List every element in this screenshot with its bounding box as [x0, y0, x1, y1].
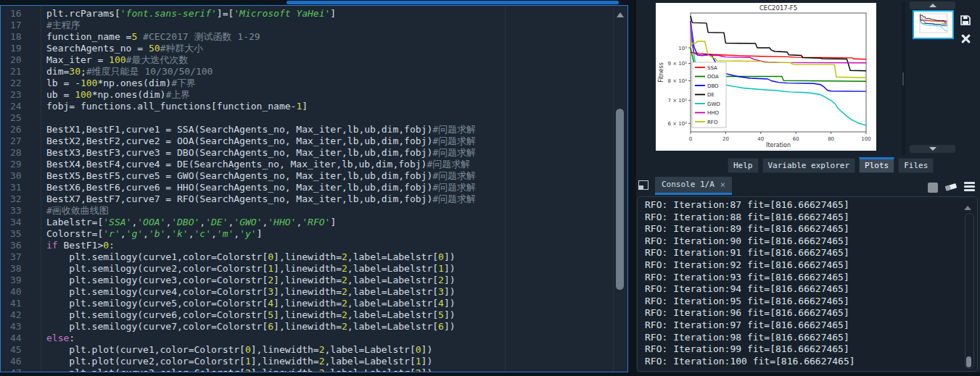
code-text: plt.semilogy(curve5,color=Colorstr[4],li… [36, 298, 456, 309]
code-line[interactable]: 25 [1, 112, 613, 124]
code-line[interactable]: 26BestX1,BestF1,curve1 = SSA(SearchAgent… [1, 124, 613, 135]
code-line[interactable]: 18function_name =5 #CEC2017 测试函数 1-29 [1, 31, 613, 43]
console-line: RFO: Iteration:96 fit=[816.66627465] [645, 307, 961, 319]
code-editor[interactable]: 16plt.rcParams['font.sans-serif']=['Micr… [0, 5, 628, 372]
console-status-icon[interactable] [928, 183, 938, 193]
svg-text:40: 40 [757, 136, 764, 142]
tab-help[interactable]: Help [728, 158, 759, 173]
code-text: lb = -100*np.ones(dim)#下界 [36, 78, 196, 89]
console-options-menu-button[interactable] [964, 182, 975, 193]
svg-text:Iteration: Iteration [766, 142, 791, 149]
line-number: 31 [1, 182, 36, 193]
code-line[interactable]: 37 plt.semilogy(curve1,color=Colorstr[0]… [1, 251, 613, 263]
code-line[interactable]: 16plt.rcParams['font.sans-serif']=['Micr… [1, 8, 613, 20]
code-text: plt.semilogy(curve7,color=Colorstr[6],li… [36, 321, 456, 333]
plots-pane: CEC2017-F502040608010010³9 × 10²8 × 10²7… [636, 0, 980, 174]
line-number: 33 [1, 205, 36, 217]
line-number: 21 [1, 66, 36, 78]
code-line[interactable]: 34Labelstr=['SSA','OOA','DBO','DE','GWO'… [1, 217, 613, 228]
plots-pane-divider[interactable] [902, 1, 905, 155]
line-number: 28 [1, 147, 36, 159]
code-line[interactable]: 45 plt.plot(curve1,color=Colorstr[0],lin… [1, 344, 613, 356]
line-number: 35 [1, 228, 36, 240]
code-line[interactable]: 20Max_iter = 100#最大迭代次数 [1, 54, 613, 66]
console-line: RFO: Iteration:95 fit=[816.66627465] [645, 296, 961, 308]
code-line[interactable]: 24fobj= functions.all_functions[function… [1, 101, 613, 112]
console-tab[interactable]: Console 1/A × [655, 177, 732, 195]
code-line[interactable]: 40 plt.semilogy(curve4,color=Colorstr[3]… [1, 286, 613, 298]
code-line[interactable]: 29BestX4,BestF4,curve4 = DE(SearchAgents… [1, 159, 613, 170]
console-scrollbar[interactable] [965, 213, 974, 369]
code-line[interactable]: 46 plt.plot(curve2,color=Colorstr[1],lin… [1, 356, 613, 367]
code-line[interactable]: 17#主程序 [1, 20, 613, 31]
console-window-icon[interactable] [638, 180, 648, 190]
code-line[interactable]: 19SearchAgents_no = 50#种群大小 [1, 43, 613, 54]
code-text: BestX6,BestF6,curve6 = HHO(SearchAgents_… [36, 182, 476, 193]
code-text: plt.plot(curve2,color=Colorstr[1],linewi… [36, 356, 432, 367]
line-number: 16 [1, 8, 36, 20]
console-tab-close-icon[interactable]: × [720, 177, 725, 193]
svg-text:8 × 10²: 8 × 10² [668, 78, 688, 84]
code-line[interactable]: 30BestX5,BestF5,curve5 = GWO(SearchAgent… [1, 170, 613, 182]
code-line[interactable]: 36if BestF1>0: [1, 240, 613, 251]
console-line: RFO: Iteration:99 fit=[816.66627465] [645, 343, 961, 356]
code-line[interactable]: 27BestX2,BestF2,curve2 = OOA(SearchAgent… [1, 135, 613, 147]
console-line: RFO: Iteration:100 fit=[816.66627465] [645, 356, 961, 368]
console-line: RFO: Iteration:94 fit=[816.66627465] [645, 283, 961, 296]
console-scrollbar-thumb[interactable] [966, 356, 971, 367]
svg-text:Fitness: Fitness [658, 62, 664, 83]
scroll-up-arrow-icon[interactable] [617, 12, 624, 17]
thumbnail-scroll-up-button[interactable] [910, 1, 955, 9]
code-text: function_name =5 #CEC2017 测试函数 1-29 [36, 31, 260, 43]
svg-text:DBO: DBO [707, 83, 719, 89]
code-text: Labelstr=['SSA','OOA','DBO','DE','GWO','… [36, 217, 336, 228]
console-scroll-up-arrow-icon[interactable] [964, 206, 971, 210]
code-line[interactable]: 32BestX7,BestF7,curve7 = RFO(SearchAgent… [1, 193, 613, 205]
tab-plots[interactable]: Plots [859, 157, 894, 173]
line-number: 39 [1, 275, 36, 286]
code-line[interactable]: 38 plt.semilogy(curve2,color=Colorstr[1]… [1, 263, 613, 275]
code-text: if BestF1>0: [36, 240, 115, 251]
svg-text:SSA: SSA [707, 65, 717, 71]
editor-horizontal-scrollbar[interactable] [287, 1, 619, 4]
editor-lines[interactable]: 16plt.rcParams['font.sans-serif']=['Micr… [1, 8, 613, 372]
console-line: RFO: Iteration:93 fit=[816.66627465] [645, 272, 961, 284]
code-line[interactable]: 33#画收敛曲线图 [1, 205, 613, 217]
code-line[interactable]: 35Colorstr=['r','g','b','k','c','m','y'] [1, 228, 613, 240]
code-line[interactable]: 41 plt.semilogy(curve5,color=Colorstr[4]… [1, 298, 613, 309]
code-line[interactable]: 31BestX6,BestF6,curve6 = HHO(SearchAgent… [1, 182, 613, 193]
save-plot-button[interactable] [960, 14, 971, 26]
plot-thumbnail-selected[interactable] [913, 10, 954, 39]
close-plot-button[interactable] [961, 34, 971, 43]
console-lines: RFO: Iteration:87 fit=[816.66627465]RFO:… [645, 199, 961, 367]
tab-files[interactable]: Files [898, 158, 934, 173]
line-number: 29 [1, 159, 36, 170]
line-number: 45 [1, 344, 36, 356]
svg-text:OOA: OOA [707, 74, 719, 80]
editor-scrollbar-thumb[interactable] [616, 109, 624, 290]
code-text: plt.plot(curve3,color=Colorstr[2],linewi… [36, 367, 432, 372]
code-text [36, 112, 46, 124]
editor-topbar [0, 0, 628, 5]
code-line[interactable]: 21dim=30;#维度只能是 10/30/50/100 [1, 66, 613, 78]
divider-handle[interactable] [902, 72, 904, 85]
clear-console-button[interactable] [944, 181, 958, 195]
thumbnail-scroll-down-button[interactable] [910, 145, 955, 153]
line-number: 26 [1, 124, 36, 135]
code-line[interactable]: 22lb = -100*np.ones(dim)#下界 [1, 78, 613, 89]
code-line[interactable]: 47 plt.plot(curve3,color=Colorstr[2],lin… [1, 367, 613, 372]
code-line[interactable]: 39 plt.semilogy(curve3,color=Colorstr[2]… [1, 275, 613, 286]
code-text: plt.semilogy(curve3,color=Colorstr[2],li… [36, 275, 456, 286]
code-line[interactable]: 23ub = 100*np.ones(dim)#上界 [1, 89, 613, 101]
code-line[interactable]: 42 plt.semilogy(curve6,color=Colorstr[5]… [1, 309, 613, 321]
console-pane: Console 1/A × RFO: Iteration:87 fit=[816… [636, 174, 980, 372]
code-line[interactable]: 43 plt.semilogy(curve7,color=Colorstr[6]… [1, 321, 613, 333]
svg-text:20: 20 [722, 136, 729, 142]
code-line[interactable]: 28BestX3,BestF3,curve3 = DBO(SearchAgent… [1, 147, 613, 159]
svg-text:0: 0 [689, 136, 692, 142]
console-output[interactable]: RFO: Iteration:87 fit=[816.66627465]RFO:… [637, 196, 978, 372]
code-text: BestX5,BestF5,curve5 = GWO(SearchAgents_… [36, 170, 476, 182]
code-line[interactable]: 44else: [1, 333, 613, 344]
tab-variable-explorer[interactable]: Variable explorer [762, 158, 856, 173]
editor-vertical-scrollbar[interactable] [613, 6, 627, 372]
